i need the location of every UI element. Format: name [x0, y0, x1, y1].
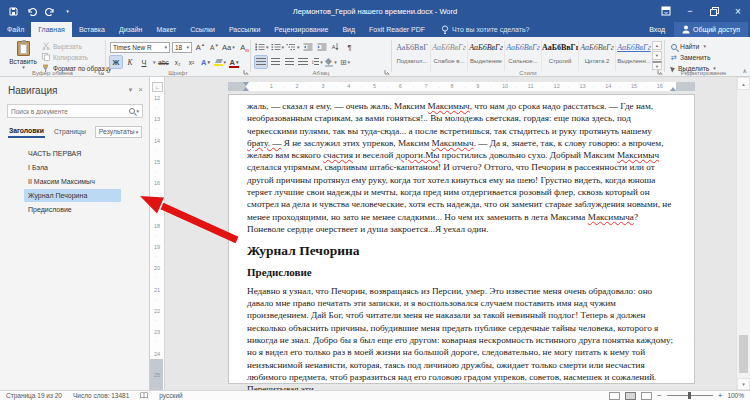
- strikethrough-button[interactable]: abc: [158, 56, 170, 68]
- nav-heading-item[interactable]: ЧАСТЬ ПЕРВАЯ: [24, 147, 121, 160]
- ribbon-tab-макет[interactable]: Макет: [149, 22, 183, 37]
- ribbon-tab-ссылки[interactable]: Ссылки: [183, 22, 222, 37]
- show-paragraph-marks-button[interactable]: ¶: [344, 41, 356, 53]
- font-size-combobox[interactable]: 18 ▾: [172, 42, 192, 53]
- scroll-up-button[interactable]: ▴: [737, 77, 750, 90]
- shading-button[interactable]: ▾: [325, 56, 337, 68]
- italic-button[interactable]: К: [124, 56, 136, 68]
- tell-me-box[interactable]: Что вы хотите сделать?: [432, 22, 538, 37]
- style-card-subtitle[interactable]: АаБбВвГПодзагол...: [394, 41, 431, 71]
- line-spacing-button[interactable]: ↕▾: [311, 56, 323, 68]
- word-count[interactable]: Число слов: 13481: [73, 392, 129, 399]
- nav-heading-item[interactable]: II Максим Максимыч: [24, 175, 121, 188]
- chevron-down-icon[interactable]: ▾: [136, 109, 139, 114]
- shrink-font-button[interactable]: А▾: [208, 41, 220, 53]
- find-button[interactable]: Найти ▾: [671, 41, 716, 52]
- right-indent-marker[interactable]: [670, 87, 676, 91]
- style-card-strong[interactable]: АаБбВвГгСтрогий: [542, 41, 579, 71]
- cut-button[interactable]: Вырезать: [42, 41, 111, 51]
- nav-heading-item[interactable]: Предисловие: [24, 203, 121, 216]
- style-card-intense-quote[interactable]: АаБбВвГгВыделенн...: [616, 41, 653, 71]
- close-button[interactable]: ×: [726, 0, 750, 22]
- scrollbar-thumb[interactable]: [739, 335, 748, 373]
- page-indicator[interactable]: Страница 19 из 20: [6, 392, 62, 399]
- ribbon-tab-foxit reader pdf[interactable]: Foxit Reader PDF: [362, 22, 432, 37]
- ribbon-tab-вид[interactable]: Вид: [335, 22, 362, 37]
- sign-in-link[interactable]: Вход: [649, 26, 665, 33]
- paste-button[interactable]: Вставить ▾: [6, 41, 40, 70]
- web-layout-button[interactable]: [641, 392, 652, 400]
- style-card-quote[interactable]: АаБбВвГгЦитата 2: [579, 41, 616, 71]
- pane-options-icon[interactable]: ▾: [129, 86, 133, 94]
- align-right-button[interactable]: [283, 56, 295, 68]
- ribbon-tab-рассылки[interactable]: Рассылки: [222, 22, 267, 37]
- document-page[interactable]: жаль, — сказал я ему, — очень жаль, Макс…: [228, 94, 695, 384]
- clear-formatting-button[interactable]: А: [237, 41, 249, 53]
- zoom-slider[interactable]: [667, 395, 713, 396]
- nav-tab[interactable]: Результаты▾: [95, 126, 142, 138]
- search-icon[interactable]: [129, 108, 135, 114]
- restore-button[interactable]: [702, 0, 726, 22]
- horizontal-ruler[interactable]: 1·2·3·4·5·6·7·8·9·10·11·12·13·14·15·16·: [228, 82, 695, 91]
- search-input[interactable]: [11, 108, 129, 115]
- subscript-button[interactable]: х₂: [172, 56, 184, 68]
- zoom-out-button[interactable]: −: [657, 392, 662, 400]
- style-card-subtle[interactable]: АаБбВвГгСлабое в...: [431, 41, 468, 71]
- minimize-button[interactable]: −: [678, 0, 702, 22]
- align-center-button[interactable]: [269, 56, 281, 68]
- proofing-icon[interactable]: [140, 392, 148, 400]
- clipboard-dialog-launcher-icon[interactable]: [98, 69, 104, 75]
- justify-button[interactable]: [297, 56, 309, 68]
- nav-tab[interactable]: Заголовки: [8, 126, 45, 138]
- vertical-scrollbar[interactable]: ▴ ▾: [736, 77, 750, 390]
- print-layout-button[interactable]: [625, 392, 636, 400]
- ribbon-tab-главная[interactable]: Главная: [31, 22, 72, 37]
- multilevel-list-button[interactable]: ▾: [286, 41, 300, 53]
- sort-button[interactable]: А: [330, 41, 342, 53]
- collapse-ribbon-button[interactable]: ∧: [743, 67, 747, 74]
- close-pane-icon[interactable]: ×: [138, 85, 143, 94]
- customize-qat-icon[interactable]: ▾: [62, 6, 73, 17]
- share-button[interactable]: Общий доступ: [674, 22, 748, 37]
- grow-font-button[interactable]: А▴: [194, 41, 206, 53]
- style-scroll-up-button[interactable]: ▴: [652, 41, 662, 50]
- increase-indent-button[interactable]: [316, 41, 328, 53]
- read-mode-button[interactable]: [609, 392, 620, 400]
- text-effects-button[interactable]: А▾: [200, 56, 212, 68]
- tab-selector[interactable]: ∟: [152, 82, 163, 92]
- navigation-search-box[interactable]: ▾: [7, 104, 143, 118]
- zoom-slider-thumb[interactable]: [688, 392, 691, 399]
- style-card-emphasis[interactable]: АаБбВвГгВыделение: [468, 41, 505, 71]
- style-scroll-down-button[interactable]: ▾: [652, 51, 662, 60]
- highlight-color-button[interactable]: ▾: [214, 56, 227, 68]
- zoom-level[interactable]: 100%: [727, 392, 744, 399]
- font-name-combobox[interactable]: Times New R ▾: [110, 42, 170, 53]
- ribbon-display-options-icon[interactable]: [654, 0, 678, 22]
- paragraph-dialog-launcher-icon[interactable]: [384, 69, 390, 75]
- bold-button[interactable]: Ж: [110, 56, 122, 68]
- bullets-button[interactable]: ▾: [255, 41, 269, 53]
- font-dialog-launcher-icon[interactable]: [243, 69, 249, 75]
- chevron-down-icon[interactable]: ▾: [153, 60, 156, 65]
- nav-heading-item[interactable]: I Бэла: [24, 161, 121, 174]
- redo-icon[interactable]: [44, 6, 55, 17]
- ribbon-tab-рецензирование[interactable]: Рецензирование: [267, 22, 335, 37]
- replace-button[interactable]: ⇄ Заменить: [671, 52, 716, 63]
- ribbon-tab-file[interactable]: Файл: [0, 22, 31, 37]
- language-indicator[interactable]: русский: [159, 392, 182, 399]
- change-case-button[interactable]: Аа▾: [222, 41, 235, 53]
- numbering-button[interactable]: ▾: [271, 41, 285, 53]
- hanging-indent-marker[interactable]: [243, 87, 249, 91]
- scroll-down-button[interactable]: ▾: [737, 378, 750, 390]
- style-card-intense[interactable]: АаБбВвГгСильное...: [505, 41, 542, 71]
- ribbon-tab-вставка[interactable]: Вставка: [72, 22, 112, 37]
- underline-button[interactable]: Ч: [138, 56, 150, 68]
- undo-icon[interactable]: [26, 6, 37, 17]
- borders-button[interactable]: ⊞▾: [339, 56, 351, 68]
- superscript-button[interactable]: х²: [186, 56, 198, 68]
- nav-heading-item[interactable]: Журнал Печорина: [24, 189, 121, 202]
- styles-dialog-launcher-icon[interactable]: [657, 69, 663, 75]
- align-left-button[interactable]: [255, 56, 267, 68]
- zoom-in-button[interactable]: +: [718, 392, 723, 400]
- nav-tab[interactable]: Страницы: [53, 127, 87, 137]
